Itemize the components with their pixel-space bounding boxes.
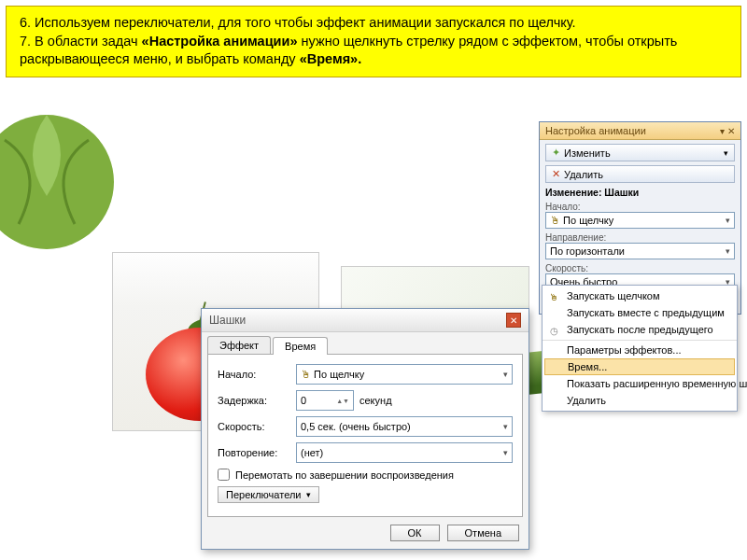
chevron-down-icon: ▾ <box>724 148 728 158</box>
switches-label: Переключатели <box>226 489 301 500</box>
tab-time[interactable]: Время <box>273 337 328 355</box>
pane-title-text: Настройка анимации <box>545 125 646 136</box>
ctx-label: Запускать щелчком <box>567 290 660 301</box>
chevron-down-icon: ▾ <box>726 246 730 256</box>
start-value: По щелчку <box>314 369 364 380</box>
text-bold: «Время». <box>300 51 362 66</box>
switches-button[interactable]: Переключатели ▾ <box>218 486 319 503</box>
ctx-with-prev[interactable]: Запускать вместе с предыдущим <box>543 304 737 321</box>
text: 7. В области задач <box>20 34 142 49</box>
pane-direction-value: По горизонтали <box>550 245 625 257</box>
delay-input[interactable]: 0 ▲▼ <box>296 390 354 411</box>
label-start: Начало: <box>545 202 735 212</box>
pane-close-icon[interactable]: ▾ ✕ <box>720 126 735 136</box>
cancel-button[interactable]: Отмена <box>447 525 519 541</box>
ctx-remove[interactable]: Удалить <box>543 392 737 409</box>
instruction-box: 6. Используем переключатели, для того чт… <box>6 6 741 77</box>
rewind-checkbox[interactable] <box>218 469 230 481</box>
delete-label: Удалить <box>564 169 603 180</box>
start-select[interactable]: 🖱 По щелчку ▾ <box>296 364 513 385</box>
label-repeat: Повторение: <box>218 447 290 458</box>
close-icon[interactable]: ✕ <box>506 313 521 328</box>
label-direction: Направление: <box>545 232 735 243</box>
pane-start-value: По щелчку <box>563 215 613 226</box>
dialog-title-text: Шашки <box>209 314 246 327</box>
repeat-value: (нет) <box>301 447 323 458</box>
star-icon: ✦ <box>552 147 560 159</box>
ctx-params[interactable]: Параметры эффектов... <box>543 340 737 358</box>
ctx-start-click[interactable]: 🖱 Запускать щелчком <box>543 287 737 304</box>
chevron-down-icon: ▾ <box>503 448 508 457</box>
section-label: Изменение: Шашки <box>545 187 735 198</box>
label-speed: Скорость: <box>545 263 735 273</box>
dialog-titlebar: Шашки ✕ <box>202 309 529 332</box>
label-start: Начало: <box>218 369 290 380</box>
dialog-footer: ОК Отмена <box>202 517 529 549</box>
ctx-time[interactable]: Время... <box>544 358 735 375</box>
instruction-6: 6. Используем переключатели, для того чт… <box>20 14 727 33</box>
label-speed: Скорость: <box>218 421 290 432</box>
mouse-icon: 🖱 <box>547 290 560 303</box>
tab-effect[interactable]: Эффект <box>207 336 271 354</box>
mouse-icon: 🖱 <box>301 369 311 380</box>
x-icon: ✕ <box>552 168 560 180</box>
speed-value: 0,5 сек. (очень быстро) <box>301 421 411 432</box>
ctx-after-prev[interactable]: ◷ Запускать после предыдущего <box>543 321 737 338</box>
ok-button[interactable]: ОК <box>390 525 440 541</box>
pane-direction-select[interactable]: По горизонтали ▾ <box>545 243 735 259</box>
speed-select[interactable]: 0,5 сек. (очень быстро) ▾ <box>296 416 513 437</box>
repeat-select[interactable]: (нет) ▾ <box>296 442 513 463</box>
pane-titlebar: Настройка анимации ▾ ✕ <box>540 122 740 140</box>
pane-start-select[interactable]: 🖱 По щелчку ▾ <box>545 212 735 229</box>
mouse-icon: 🖱 <box>550 215 560 226</box>
delay-value: 0 <box>301 395 306 406</box>
change-button[interactable]: ✦ Изменить ▾ <box>545 144 735 161</box>
context-menu: 🖱 Запускать щелчком Запускать вместе с п… <box>542 285 738 412</box>
dialog-body: Начало: 🖱 По щелчку ▾ Задержка: 0 ▲▼ сек… <box>207 354 523 517</box>
dialog-tabs: Эффект Время <box>202 332 529 354</box>
instruction-7: 7. В области задач «Настройка анимации» … <box>20 33 727 69</box>
cabbage-image <box>0 112 131 252</box>
clock-icon: ◷ <box>547 324 560 337</box>
chevron-down-icon: ▾ <box>503 422 508 431</box>
label-delay: Задержка: <box>218 395 290 406</box>
delete-button[interactable]: ✕ Удалить <box>545 165 735 183</box>
text-bold: «Настройка анимации» <box>142 34 298 49</box>
spinner-icon[interactable]: ▲▼ <box>336 398 349 404</box>
timing-dialog: Шашки ✕ Эффект Время Начало: 🖱 По щелчку… <box>201 308 529 550</box>
ctx-label: Запускать после предыдущего <box>567 324 713 335</box>
rewind-label: Перемотать по завершении воспроизведения <box>235 469 454 481</box>
chevron-down-icon: ▾ <box>503 370 508 379</box>
chevron-down-icon: ▾ <box>726 216 730 225</box>
ctx-timeline[interactable]: Показать расширенную временную шкалу <box>543 375 737 392</box>
change-label: Изменить <box>564 147 611 159</box>
delay-unit: секунд <box>359 395 392 406</box>
expand-icon: ▾ <box>306 490 311 499</box>
